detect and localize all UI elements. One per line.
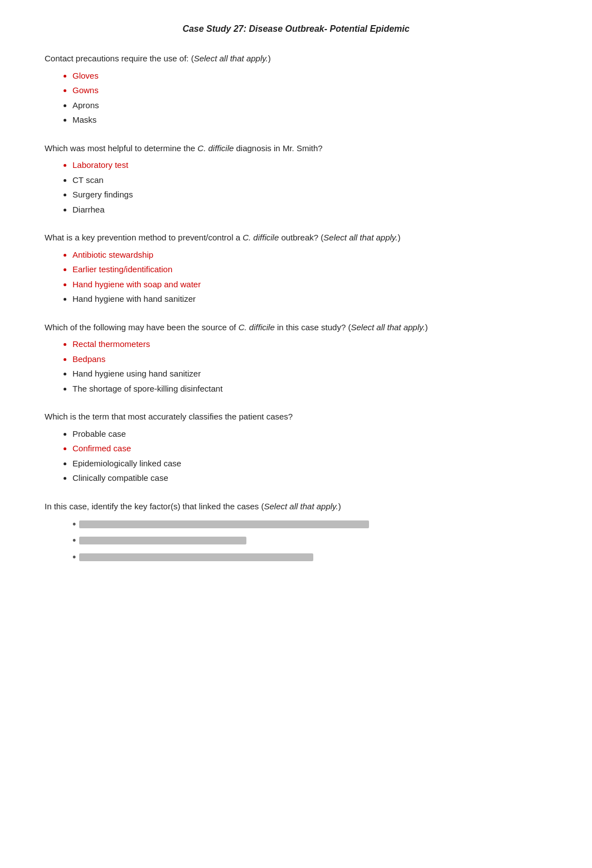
question-block-q4: Which of the following may have been the… <box>45 321 547 396</box>
answer-item: Hand hygiene with hand sanitizer <box>72 293 547 306</box>
answer-item: Bedpans <box>72 353 547 366</box>
redacted-list-item: • <box>72 534 547 547</box>
redacted-answer-text <box>79 553 313 561</box>
answer-item: Surgery findings <box>72 189 547 201</box>
answer-item: Laboratory test <box>72 159 547 172</box>
question-text-q3: What is a key prevention method to preve… <box>45 232 547 244</box>
answer-item: Confirmed case <box>72 442 547 455</box>
answer-item: Aprons <box>72 99 547 112</box>
question-text-q6: In this case, identify the key factor(s)… <box>45 500 547 513</box>
answer-item: Hand hygiene using hand sanitizer <box>72 368 547 380</box>
redacted-answer-text <box>79 520 369 528</box>
answer-list-q5: Probable caseConfirmed caseEpidemiologic… <box>45 428 547 485</box>
answer-list-q2: Laboratory testCT scanSurgery findingsDi… <box>45 159 547 216</box>
answer-item: The shortage of spore-killing disinfecta… <box>72 383 547 396</box>
redacted-list-item: • <box>72 518 547 531</box>
answer-item: Gowns <box>72 84 547 97</box>
answer-list-q1: GlovesGownsApronsMasks <box>45 70 547 127</box>
answer-item: Earlier testing/identification <box>72 263 547 276</box>
redacted-answers-q6: ••• <box>45 518 547 564</box>
question-text-q2: Which was most helpful to determine the … <box>45 142 547 155</box>
question-text-q1: Contact precautions require the use of: … <box>45 52 547 65</box>
question-text-q4: Which of the following may have been the… <box>45 321 547 334</box>
answer-item: Probable case <box>72 428 547 441</box>
bullet-icon: • <box>72 551 76 564</box>
answer-item: Epidemiologically linked case <box>72 457 547 470</box>
questions-container: Contact precautions require the use of: … <box>45 52 547 564</box>
answer-item: Masks <box>72 114 547 127</box>
answer-item: Clinically compatible case <box>72 472 547 485</box>
question-block-q1: Contact precautions require the use of: … <box>45 52 547 127</box>
question-block-q5: Which is the term that most accurately c… <box>45 411 547 485</box>
bullet-icon: • <box>72 518 76 531</box>
page-title: Case Study 27: Disease Outbreak- Potenti… <box>45 22 547 36</box>
answer-item: Diarrhea <box>72 204 547 216</box>
answer-item: Antibiotic stewardship <box>72 249 547 262</box>
redacted-list-item: • <box>72 551 547 564</box>
question-block-q6: In this case, identify the key factor(s)… <box>45 500 547 565</box>
question-block-q3: What is a key prevention method to preve… <box>45 232 547 306</box>
answer-item: Rectal thermometers <box>72 338 547 351</box>
question-block-q2: Which was most helpful to determine the … <box>45 142 547 216</box>
question-text-q5: Which is the term that most accurately c… <box>45 411 547 423</box>
answer-item: Hand hygiene with soap and water <box>72 278 547 291</box>
answer-item: CT scan <box>72 174 547 187</box>
bullet-icon: • <box>72 534 76 547</box>
redacted-answer-text <box>79 537 246 544</box>
answer-item: Gloves <box>72 70 547 83</box>
answer-list-q4: Rectal thermometersBedpansHand hygiene u… <box>45 338 547 395</box>
answer-list-q3: Antibiotic stewardshipEarlier testing/id… <box>45 249 547 306</box>
